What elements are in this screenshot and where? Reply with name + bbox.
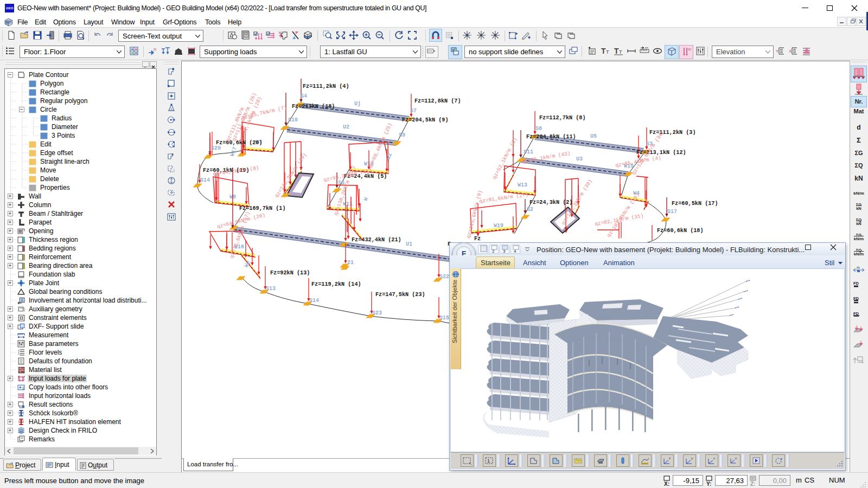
svg-text:Fz=204,8kN (11): Fz=204,8kN (11) — [526, 134, 576, 140]
svg-text:Fz=60,6kN (18): Fz=60,6kN (18) — [657, 228, 704, 234]
svg-text:Fz=111,2kN (4): Fz=111,2kN (4) — [303, 84, 349, 89]
svg-text:U3: U3 — [576, 156, 583, 162]
svg-text:S7: S7 — [410, 108, 417, 114]
svg-text:A: A — [170, 107, 173, 111]
svg-text:Fz=24,3kN (2): Fz=24,3kN (2) — [529, 200, 572, 206]
svg-text:S14: S14 — [200, 177, 210, 183]
svg-text:y: y — [691, 457, 693, 460]
svg-text:T: T — [245, 33, 247, 38]
svg-text:qz=91,6kN/m (27): qz=91,6kN/m (27) — [479, 191, 529, 204]
svg-text:m: m — [857, 266, 860, 269]
svg-text:4: 4 — [514, 249, 516, 254]
svg-text:U5: U5 — [590, 133, 597, 139]
svg-text:U2: U2 — [343, 124, 349, 130]
svg-text:Fz=147,5kN (23): Fz=147,5kN (23) — [375, 292, 425, 298]
svg-text:S20: S20 — [211, 145, 221, 151]
svg-text:Fz: Fz — [474, 236, 481, 242]
svg-text:90: 90 — [688, 48, 691, 51]
svg-text:U1: U1 — [406, 241, 412, 247]
svg-text:Fz=92kN (13): Fz=92kN (13) — [270, 270, 310, 276]
svg-text:T: T — [619, 49, 622, 55]
svg-text:S4: S4 — [301, 93, 307, 99]
svg-text:Fz=169,7kN (1): Fz=169,7kN (1) — [239, 206, 286, 211]
svg-text:Fz=60,5kN (17): Fz=60,5kN (17) — [672, 201, 718, 207]
svg-text:W13: W13 — [518, 182, 527, 188]
svg-text:3: 3 — [503, 249, 506, 254]
svg-text:S13: S13 — [266, 286, 276, 292]
svg-text:z: z — [735, 457, 737, 460]
svg-text:S23: S23 — [372, 310, 382, 316]
svg-text:Uj: Uj — [354, 101, 361, 107]
svg-text:1: 1 — [22, 386, 24, 390]
svg-text:Fz=119,2kN (14): Fz=119,2kN (14) — [311, 281, 361, 287]
svg-text:S17: S17 — [667, 209, 677, 215]
svg-text:W2: W2 — [243, 260, 252, 269]
svg-text:2: 2 — [492, 249, 495, 254]
svg-text:S11: S11 — [524, 149, 533, 155]
svg-text:S15: S15 — [439, 315, 449, 321]
svg-text:W: W — [362, 197, 369, 202]
svg-text:W19: W19 — [494, 223, 503, 229]
svg-text:z: z — [669, 457, 671, 460]
svg-text:S2: S2 — [527, 207, 533, 213]
svg-text:R: R — [154, 47, 157, 52]
svg-text:T: T — [601, 47, 606, 55]
svg-text:X: X — [789, 49, 792, 54]
svg-text:Y: Y — [776, 49, 779, 54]
svg-text:W17: W17 — [229, 146, 238, 157]
svg-text:Fz=112,8kN (7): Fz=112,8kN (7) — [414, 98, 461, 104]
svg-text:Y:: Y: — [706, 481, 711, 486]
svg-text:21: 21 — [347, 260, 354, 266]
svg-text:FD: FD — [853, 281, 859, 286]
svg-text:T: T — [614, 47, 619, 55]
svg-text:x: x — [713, 457, 715, 460]
svg-text:S14: S14 — [309, 298, 319, 304]
svg-text:S9: S9 — [399, 132, 405, 138]
svg-text:1: 1 — [487, 458, 490, 464]
svg-text:Fz=112,7kN (8): Fz=112,7kN (8) — [539, 115, 586, 121]
svg-text:S22: S22 — [439, 274, 449, 280]
svg-text:Fz=111,2kN (3): Fz=111,2kN (3) — [649, 130, 696, 136]
svg-text:Fz=204,5kN (9): Fz=204,5kN (9) — [402, 117, 449, 123]
svg-text:T: T — [606, 49, 609, 55]
svg-text:S10: S10 — [288, 117, 298, 123]
svg-text:Fz=432,4kN (21): Fz=432,4kN (21) — [352, 237, 401, 243]
svg-text:qz=60,4kN/m (25): qz=60,4kN/m (25) — [367, 122, 394, 169]
svg-text:Z:: Z: — [750, 481, 755, 486]
svg-text:qz=84,2kN/m (8): qz=84,2kN/m (8) — [213, 165, 259, 177]
svg-text:X:: X: — [664, 481, 669, 486]
svg-text:S8: S8 — [535, 126, 542, 132]
svg-text:Fz=213kN (18): Fz=213kN (18) — [292, 104, 335, 110]
